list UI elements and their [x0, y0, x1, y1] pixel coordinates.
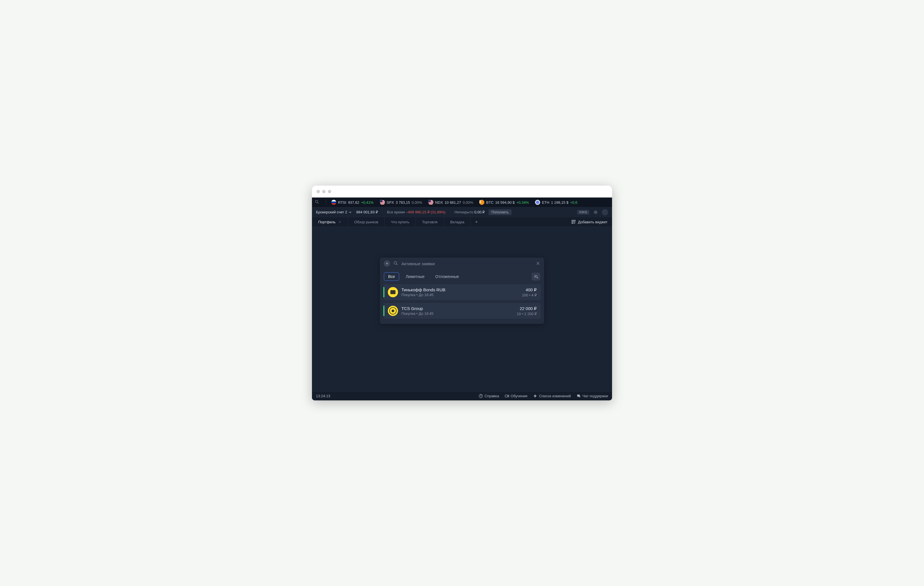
traffic-light-minimize[interactable] — [322, 190, 325, 193]
svg-point-20 — [394, 262, 397, 264]
clear-filter-icon[interactable] — [531, 273, 540, 281]
ticker-change: 0,00% — [412, 200, 422, 205]
add-widget-button[interactable]: Добавить виджет — [567, 217, 612, 227]
video-icon — [505, 394, 509, 398]
add-widget-label: Добавить виджет — [578, 220, 607, 224]
bolt-icon — [533, 394, 537, 398]
svg-point-2 — [595, 211, 596, 213]
asset-logo-icon — [388, 287, 398, 297]
order-row[interactable]: TCS GroupПокупка • До 18:4522 000 ₽10 • … — [383, 303, 541, 319]
svg-rect-29 — [505, 395, 508, 397]
tab[interactable]: Портфель✕ — [312, 217, 348, 227]
filter-chip[interactable]: Лимитные — [401, 272, 429, 281]
svg-rect-13 — [572, 220, 573, 222]
ticker-ndx[interactable]: NDX10 681,270,00% — [428, 200, 473, 205]
tab[interactable]: Вкладка — [444, 217, 471, 227]
tab[interactable]: Обзор рынков — [348, 217, 385, 227]
tab-label: Вкладка — [450, 220, 464, 224]
tab-label: Портфель — [318, 220, 335, 224]
order-details: 100 • 4 ₽ — [522, 293, 537, 297]
tab-close-icon[interactable]: ✕ — [338, 220, 342, 224]
btc-flag-icon: ₿ — [479, 200, 484, 205]
svg-marker-30 — [508, 395, 509, 397]
ticker-bar: RTSI937,62+0,41%SPX3 783,150,00%NDX10 68… — [312, 197, 612, 207]
status-bar: 13:24:13 Справка Обучение Список изменен… — [312, 391, 612, 401]
tab-label: Торговля — [422, 220, 437, 224]
tab-add-button[interactable] — [471, 217, 482, 227]
ticker-value: 3 783,15 — [396, 200, 410, 205]
order-subtitle: Покупка • До 18:45 — [401, 293, 522, 297]
orders-list: Тинькофф Bonds RUBПокупка • До 18:45400 … — [380, 284, 544, 324]
asset-logo-icon — [388, 306, 398, 316]
active-orders-widget: Активные заявки ✕ ВсеЛимитныеОтложенные … — [380, 258, 544, 324]
chat-icon — [577, 394, 581, 398]
ticker-symbol: BTC — [486, 200, 493, 205]
ticker-value: 16 594,90 $ — [495, 200, 515, 205]
order-name: TCS Group — [401, 306, 517, 311]
window-titlebar — [312, 185, 612, 197]
order-amount: 400 ₽ — [522, 287, 537, 293]
topup-button[interactable]: Пополнить — [488, 209, 511, 215]
tab-label: Обзор рынков — [354, 220, 378, 224]
theme-toggle-icon[interactable] — [593, 210, 598, 215]
svg-line-10 — [596, 211, 597, 211]
workspace-canvas: Активные заявки ✕ ВсеЛимитныеОтложенные … — [312, 227, 612, 391]
ticker-symbol: RTSI — [338, 200, 346, 205]
widget-close-icon[interactable]: ✕ — [536, 260, 540, 267]
account-balance: 984 001,83 ₽ — [356, 210, 378, 214]
tab[interactable]: Торговля — [416, 217, 444, 227]
account-name: Брокерский счет 2 — [316, 210, 347, 214]
widget-title: Активные заявки — [401, 261, 533, 266]
svg-rect-14 — [574, 220, 575, 222]
order-row[interactable]: Тинькофф Bonds RUBПокупка • До 18:45400 … — [383, 284, 541, 300]
eth-flag-icon — [535, 200, 540, 205]
ticker-rtsi[interactable]: RTSI937,62+0,41% — [331, 200, 374, 205]
ticker-spx[interactable]: SPX3 783,150,00% — [380, 200, 422, 205]
ticker-change: +0,34% — [516, 200, 529, 205]
ticker-btc[interactable]: ₿BTC16 594,90 $+0,34% — [479, 200, 529, 205]
account-selector[interactable]: Брокерский счет 2 — [316, 210, 352, 214]
tabs-bar: Портфель✕Обзор рынковЧто купитьТорговляВ… — [312, 217, 612, 227]
app-window: RTSI937,62+0,41%SPX3 783,150,00%NDX10 68… — [312, 185, 612, 401]
tab[interactable]: Что купить — [385, 217, 416, 227]
order-details: 10 • 2 200 ₽ — [517, 312, 537, 316]
search-icon[interactable] — [315, 200, 319, 205]
changelog-link[interactable]: Список изменений — [533, 394, 571, 398]
order-amount: 22 000 ₽ — [517, 306, 537, 311]
account-change: –408 990,15 ₽ (31,99%) — [406, 210, 446, 214]
svg-line-21 — [396, 264, 398, 265]
svg-rect-15 — [572, 222, 573, 223]
svg-point-0 — [315, 200, 318, 203]
avatar[interactable] — [602, 209, 608, 215]
ticker-change: +0,41% — [361, 200, 373, 205]
ticker-value: 937,62 — [348, 200, 359, 205]
help-link[interactable]: Справка — [479, 394, 499, 398]
order-name: Тинькофф Bonds RUB — [401, 287, 522, 292]
ticker-symbol: NDX — [435, 200, 443, 205]
account-bar: Брокерский счет 2 984 001,83 ₽ · Все вре… — [312, 207, 612, 217]
svg-marker-31 — [534, 394, 537, 398]
clock: 13:24:13 — [316, 394, 330, 398]
ticker-value: 10 681,27 — [445, 200, 461, 205]
training-link[interactable]: Обучение — [505, 394, 527, 398]
us-flag-icon — [380, 200, 385, 205]
filter-chip[interactable]: Все — [384, 272, 399, 281]
ticker-symbol: SPX — [387, 200, 394, 205]
divider — [326, 200, 326, 205]
chevron-down-icon — [348, 210, 352, 214]
ticker-value: 1 198,15 $ — [551, 200, 568, 205]
widget-add-icon[interactable] — [384, 260, 390, 267]
traffic-light-zoom[interactable] — [328, 190, 331, 193]
ticker-eth[interactable]: ETH1 198,15 $+0,6 — [535, 200, 577, 205]
filter-chip[interactable]: Отложенные — [431, 272, 463, 281]
ticker-symbol: ETH — [542, 200, 549, 205]
account-uncovered: Непокрыто 0,00 ₽ — [455, 210, 485, 214]
svg-line-8 — [596, 213, 597, 214]
ticker-change: +0,6 — [570, 200, 578, 205]
help-icon — [479, 394, 483, 398]
fifo-badge[interactable]: FIFO — [577, 210, 589, 215]
tab-label: Что купить — [391, 220, 409, 224]
support-chat-link[interactable]: Чат поддержки — [577, 394, 608, 398]
search-icon[interactable] — [393, 261, 398, 267]
traffic-light-close[interactable] — [317, 190, 320, 193]
